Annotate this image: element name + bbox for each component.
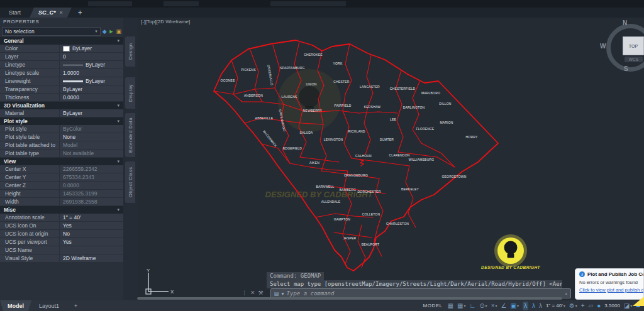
- viewcube-west[interactable]: W: [600, 43, 606, 50]
- command-prompt-icon[interactable]: ▤: [274, 291, 279, 297]
- command-grip-icon[interactable]: ⋮: [242, 290, 247, 296]
- isolate-objects-icon[interactable]: ▱: [589, 302, 594, 310]
- property-value[interactable]: ByColor: [60, 125, 123, 133]
- drawing-canvas[interactable]: [-][Top][2D Wireframe] DESIGNED BY CADBR…: [137, 18, 644, 300]
- polar-tracking-icon[interactable]: ⊙▾: [479, 302, 487, 310]
- palette-tab-design[interactable]: Design: [125, 36, 135, 67]
- section-header[interactable]: Plot style▾: [0, 117, 123, 125]
- command-prompt-caret-icon[interactable]: ▾: [282, 291, 284, 297]
- viewcube[interactable]: N W S TOP: [602, 21, 644, 74]
- property-value-text: ByLayer: [72, 45, 92, 52]
- property-value[interactable]: ByLayer: [60, 85, 123, 93]
- snap-mode-icon[interactable]: ▦▾: [457, 302, 465, 310]
- property-value[interactable]: Not available: [60, 150, 123, 157]
- property-value[interactable]: 1" = 40': [60, 214, 123, 221]
- property-value[interactable]: No: [60, 230, 123, 237]
- status-tray: MODEL ▦▦▾∟⊙▾×▾∠▣▾λλλ1" = 40'▾⚙▾+▱●3.5000…: [423, 302, 644, 310]
- viewcube-top-face[interactable]: TOP: [623, 36, 644, 55]
- property-label: UCS icon On: [0, 222, 60, 229]
- section-header[interactable]: View▾: [0, 158, 123, 165]
- property-value[interactable]: ByLayer: [60, 45, 123, 52]
- ucs-x-label: X: [170, 289, 174, 295]
- viewcube-north[interactable]: N: [623, 19, 627, 26]
- property-label: Center X: [0, 165, 60, 173]
- palette-tab-extended-data[interactable]: Extended Data: [125, 113, 135, 157]
- command-window-tools: ⋮ ✕ ⚒: [242, 290, 264, 296]
- property-label: Plot table type: [0, 150, 60, 157]
- property-value[interactable]: 1.0000: [60, 69, 123, 77]
- palette-tab-object-class[interactable]: Object Class: [125, 161, 135, 203]
- section-header[interactable]: General▾: [0, 37, 123, 45]
- property-row: UCS Name: [0, 246, 123, 254]
- annotation-visibility-icon[interactable]: λ: [523, 302, 528, 310]
- property-value[interactable]: Yes: [60, 222, 123, 229]
- command-collapse-icon[interactable]: ▴: [565, 291, 567, 296]
- quick-select-icon[interactable]: ◆: [103, 28, 107, 35]
- property-value-text: 675334.2343: [63, 174, 94, 180]
- new-tab-button[interactable]: +: [72, 8, 89, 18]
- property-row: Center Y675334.2343: [0, 173, 123, 182]
- selection-dropdown[interactable]: No selection ▾: [2, 27, 101, 36]
- property-value[interactable]: 2266559.2342: [60, 165, 123, 173]
- select-objects-icon[interactable]: ►: [109, 28, 114, 35]
- property-value[interactable]: 2691938.2558: [60, 198, 123, 205]
- property-value[interactable]: 0.0000: [60, 94, 123, 101]
- property-value[interactable]: None: [60, 133, 123, 141]
- close-icon[interactable]: ×: [60, 9, 63, 16]
- property-value[interactable]: ByLayer: [60, 77, 123, 85]
- notification-body: No errors or warnings found: [579, 280, 643, 285]
- property-value[interactable]: 0: [60, 53, 123, 60]
- property-value-text: 0.0000: [63, 182, 79, 188]
- tab-start[interactable]: Start: [0, 8, 30, 18]
- tab-drawing-sc[interactable]: SC_C* ×: [30, 8, 72, 18]
- new-layout-button[interactable]: +: [67, 300, 85, 311]
- property-value[interactable]: 0.0000: [60, 182, 123, 189]
- property-value[interactable]: ByLayer: [60, 61, 123, 68]
- county-label: BEAUFORT: [362, 243, 380, 246]
- customization-plus-icon[interactable]: +: [581, 302, 585, 310]
- geolocation-globe-icon[interactable]: ●: [597, 302, 601, 310]
- transparency-value[interactable]: 3.5000: [604, 302, 619, 310]
- property-value[interactable]: ByLayer: [60, 109, 123, 117]
- property-value[interactable]: Yes: [60, 238, 123, 246]
- annotation-scale-list-icon[interactable]: λ: [539, 302, 542, 310]
- notification-link[interactable]: Click to view plot and publish det: [579, 287, 643, 293]
- autoscale-icon[interactable]: λ: [532, 302, 535, 310]
- model-tab[interactable]: Model: [0, 300, 31, 311]
- chevron-down-icon: ▾: [117, 159, 119, 164]
- annotation-scale-value[interactable]: 1" = 40'▾: [546, 302, 565, 310]
- grid-icon[interactable]: ▦: [448, 302, 453, 310]
- county-border: [320, 124, 326, 171]
- selection-value: No selection: [5, 28, 35, 35]
- horizontal-scrollbar[interactable]: [137, 297, 562, 300]
- county-border: [406, 166, 416, 227]
- property-label: Visual Style: [0, 254, 60, 262]
- section-title: Plot style: [4, 118, 28, 124]
- viewcube-south[interactable]: S: [624, 65, 628, 72]
- section-header[interactable]: Misc▾: [0, 206, 123, 214]
- command-history-line: Command: GEOMAP: [267, 272, 324, 280]
- hardware-acceleration-icon[interactable]: ◪▾: [624, 302, 632, 310]
- object-snap-icon[interactable]: ▣▾: [510, 302, 518, 310]
- palette-tab-strip: DesignDisplayExtended DataObject Class: [123, 18, 137, 300]
- command-customize-icon[interactable]: ⚒: [258, 290, 264, 296]
- county-label: LEE: [390, 117, 397, 121]
- property-value[interactable]: Model: [60, 141, 123, 149]
- isometric-drafting-icon[interactable]: ×▾: [491, 302, 497, 310]
- property-value[interactable]: 2D Wireframe: [60, 254, 123, 262]
- isometric-drafting-icon: ×: [491, 302, 495, 310]
- section-header[interactable]: 3D Visualization▾: [0, 102, 123, 109]
- object-snap-tracking-icon[interactable]: ∠: [501, 302, 506, 310]
- ribbon-stub: [88, 1, 132, 6]
- toggle-pickadd-icon[interactable]: ▣: [116, 28, 121, 35]
- property-value[interactable]: 1453325.3199: [60, 190, 123, 197]
- property-value[interactable]: 675334.2343: [60, 173, 123, 181]
- wcs-dropdown[interactable]: WCS: [625, 57, 643, 62]
- ortho-icon[interactable]: ∟: [469, 302, 475, 310]
- palette-tab-display[interactable]: Display: [125, 77, 135, 109]
- county-label: LAURENS: [281, 95, 297, 99]
- workspace-gear-icon[interactable]: ⚙▾: [569, 302, 577, 310]
- layout1-tab[interactable]: Layout1: [31, 300, 67, 311]
- command-close-icon[interactable]: ✕: [250, 290, 255, 296]
- property-value[interactable]: [60, 246, 123, 254]
